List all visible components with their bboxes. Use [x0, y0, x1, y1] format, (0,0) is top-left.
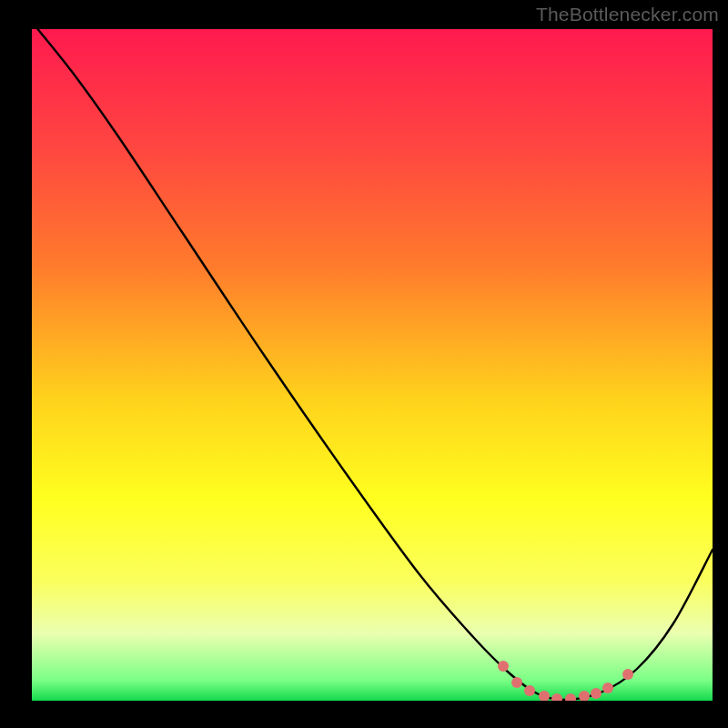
chart-canvas: TheBottlenecker.com: [0, 0, 728, 728]
marker-dot: [591, 688, 602, 699]
marker-dot: [539, 691, 550, 702]
chart-svg: [0, 0, 728, 728]
watermark-text: TheBottlenecker.com: [536, 4, 719, 25]
marker-dot: [511, 677, 522, 688]
marker-dot: [524, 685, 535, 696]
marker-dot: [602, 682, 613, 693]
marker-dot: [579, 691, 590, 702]
plot-background: [32, 29, 713, 701]
marker-dot: [498, 661, 509, 672]
marker-dot: [551, 693, 562, 704]
marker-dot: [565, 693, 576, 704]
marker-dot: [622, 669, 633, 680]
